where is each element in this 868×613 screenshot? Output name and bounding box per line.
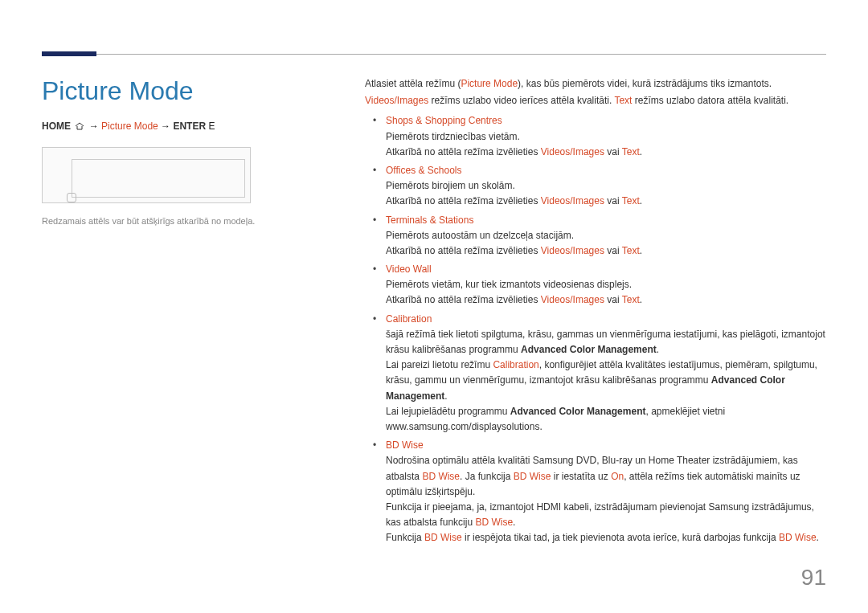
path-picture-mode: Picture Mode — [101, 121, 158, 132]
page-number: 91 — [801, 565, 826, 591]
path-enter: ENTER — [173, 121, 206, 132]
path-arrow-2: → — [161, 121, 170, 132]
item-desc: šajā režīmā tiek lietoti spilgtuma, krās… — [386, 327, 826, 358]
item-desc: Piemērots vietām, kur tiek izmantots vid… — [386, 277, 826, 292]
header-accent-bar — [42, 51, 96, 56]
breadcrumb-path: HOME → Picture Mode → ENTER E — [42, 121, 323, 133]
header-rule — [96, 54, 826, 55]
item-title: Calibration — [386, 312, 826, 327]
item-note: Atkarībā no attēla režīma izvēlieties Vi… — [386, 243, 826, 259]
device-illustration — [42, 147, 251, 203]
page-title: Picture Mode — [42, 76, 323, 106]
item-title: Video Wall — [386, 262, 826, 277]
item-note: Atkarībā no attēla režīma izvēlieties Vi… — [386, 292, 826, 308]
item-sub-2: Funkcija BD Wise ir iespējota tikai tad,… — [386, 530, 826, 546]
item-desc: Nodrošina optimālu attēla kvalitāti Sams… — [386, 453, 826, 500]
illustration-caption: Redzamais attēls var būt atšķirīgs atkar… — [42, 216, 323, 226]
mode-list: Shops & Shopping Centres Piemērots tirdz… — [365, 113, 826, 546]
list-item-videowall: Video Wall Piemērots vietām, kur tiek iz… — [365, 262, 826, 309]
path-enter-key: E — [208, 121, 215, 132]
list-item-bdwise: BD Wise Nodrošina optimālu attēla kvalit… — [365, 438, 826, 546]
home-icon — [75, 121, 84, 133]
item-desc: Piemērots autoostām un dzelzceļa stacijā… — [386, 228, 826, 243]
item-note: Atkarībā no attēla režīma izvēlieties Vi… — [386, 194, 826, 209]
list-item-terminals: Terminals & Stations Piemērots autoostām… — [365, 213, 826, 260]
right-column: Atlasiet attēla režīmu (Picture Mode), k… — [365, 76, 826, 549]
path-home: HOME — [42, 121, 71, 132]
item-title: BD Wise — [386, 438, 826, 453]
intro-line-2: Videos/Images režīms uzlabo video ierīce… — [365, 93, 826, 108]
item-desc: Piemērots birojiem un skolām. — [386, 178, 826, 194]
list-item-offices: Offices & Schools Piemērots birojiem un … — [365, 163, 826, 210]
intro-line-1: Atlasiet attēla režīmu (Picture Mode), k… — [365, 76, 826, 92]
item-sub-2: Lai lejupielādētu programmu Advanced Col… — [386, 404, 826, 435]
item-note: Atkarībā no attēla režīma izvēlieties Vi… — [386, 145, 826, 160]
path-arrow-1: → — [89, 121, 99, 132]
item-title: Terminals & Stations — [386, 213, 826, 228]
item-sub-1: Lai pareizi lietotu režīmu Calibration, … — [386, 358, 826, 404]
item-title: Offices & Schools — [386, 163, 826, 178]
item-title: Shops & Shopping Centres — [386, 113, 826, 129]
item-desc: Piemērots tirdzniecības vietām. — [386, 129, 826, 145]
left-column: Picture Mode HOME → Picture Mode → ENTER… — [42, 76, 323, 226]
item-sub-1: Funkcija ir pieejama, ja, izmantojot HDM… — [386, 500, 826, 530]
list-item-shops: Shops & Shopping Centres Piemērots tirdz… — [365, 113, 826, 160]
list-item-calibration: Calibration šajā režīmā tiek lietoti spi… — [365, 312, 826, 435]
